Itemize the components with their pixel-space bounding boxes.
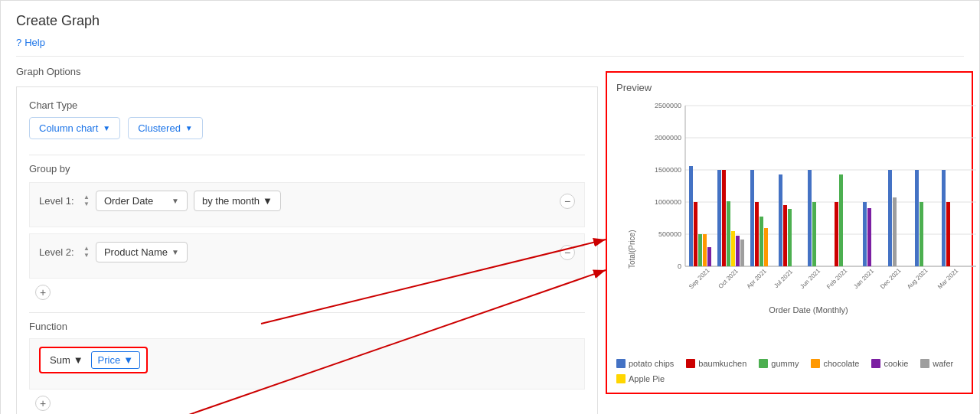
level1-field-value: Order Date xyxy=(104,195,153,207)
x-axis-label: Order Date (Monthly) xyxy=(655,305,962,315)
svg-rect-23 xyxy=(736,236,740,266)
help-row: ? Help xyxy=(16,37,964,57)
svg-text:1500000: 1500000 xyxy=(655,166,681,174)
level2-down-arrow[interactable]: ▼ xyxy=(83,253,90,259)
svg-rect-38 xyxy=(888,170,892,266)
add-level-btn[interactable]: + xyxy=(35,285,51,300)
svg-text:Aug 2021: Aug 2021 xyxy=(906,267,929,291)
level1-sort-arrows[interactable]: ▲ ▼ xyxy=(83,194,90,207)
column-chart-dropdown[interactable]: Column chart ▼ xyxy=(29,117,120,139)
svg-rect-32 xyxy=(808,170,812,266)
legend-label-apple-pie: Apple Pie xyxy=(629,374,665,383)
sum-btn[interactable]: Sum ▼ xyxy=(47,353,87,367)
svg-text:Mar 2021: Mar 2021 xyxy=(936,267,960,291)
legend-label-cookie: cookie xyxy=(884,359,908,368)
legend-item-apple-pie: Apple Pie xyxy=(616,374,665,383)
legend-item-gummy: gummy xyxy=(759,359,799,368)
svg-rect-21 xyxy=(727,201,730,266)
clustered-dropdown[interactable]: Clustered ▼ xyxy=(128,117,203,139)
legend-swatch-cookie xyxy=(871,359,880,368)
level2-field-select[interactable]: Product Name ▼ xyxy=(96,242,188,262)
level2-remove-btn[interactable]: − xyxy=(560,245,575,260)
legend-item-cookie: cookie xyxy=(871,359,908,368)
level1-period-select[interactable]: by the month ▼ xyxy=(194,191,281,211)
level1-period-chevron: ▼ xyxy=(263,195,273,207)
function-label: Function xyxy=(29,321,585,332)
svg-rect-33 xyxy=(812,202,816,266)
svg-text:Apr 2021: Apr 2021 xyxy=(746,267,769,290)
chart-svg: 2500000 2000000 1500000 1000000 500000 0 xyxy=(655,98,976,297)
svg-rect-24 xyxy=(740,240,744,266)
clustered-label: Clustered xyxy=(138,122,181,134)
level2-label: Level 2: xyxy=(39,246,77,258)
clustered-chevron: ▼ xyxy=(185,124,193,132)
svg-text:Jan 2021: Jan 2021 xyxy=(852,267,875,290)
level2-field-chevron: ▼ xyxy=(172,248,179,256)
level2-field-value: Product Name xyxy=(104,246,168,258)
svg-rect-43 xyxy=(946,202,950,266)
svg-rect-42 xyxy=(942,170,946,266)
svg-rect-27 xyxy=(760,217,763,266)
svg-rect-20 xyxy=(722,170,726,266)
svg-text:Jul 2021: Jul 2021 xyxy=(773,268,794,289)
chart-type-label: Chart Type xyxy=(29,99,585,111)
svg-rect-14 xyxy=(689,166,693,266)
level1-field-chevron: ▼ xyxy=(172,197,179,205)
y-axis-label: Total(Price) xyxy=(628,230,636,269)
svg-rect-30 xyxy=(783,205,787,266)
svg-text:Oct 2021: Oct 2021 xyxy=(717,267,740,290)
level1-field-select[interactable]: Order Date ▼ xyxy=(96,191,188,211)
svg-rect-29 xyxy=(779,174,782,266)
level2-sort-arrows[interactable]: ▲ ▼ xyxy=(83,246,90,259)
svg-rect-18 xyxy=(707,247,711,266)
svg-text:1000000: 1000000 xyxy=(655,198,681,206)
svg-rect-39 xyxy=(893,197,897,266)
legend-swatch-apple-pie xyxy=(616,374,626,383)
legend-swatch-wafer xyxy=(920,359,929,368)
level1-down-arrow[interactable]: ▼ xyxy=(83,201,90,207)
svg-rect-16 xyxy=(698,234,702,266)
price-label: Price xyxy=(98,354,121,366)
add-function-btn[interactable]: + xyxy=(35,396,51,411)
level1-period-value: by the month xyxy=(202,195,260,207)
preview-title: Preview xyxy=(616,82,962,93)
svg-text:Feb 2021: Feb 2021 xyxy=(825,267,849,291)
svg-text:2500000: 2500000 xyxy=(655,102,681,109)
legend-item-chocolate: chocolate xyxy=(811,359,859,368)
price-btn[interactable]: Price ▼ xyxy=(91,351,141,369)
svg-rect-25 xyxy=(750,170,754,266)
help-link[interactable]: Help xyxy=(24,37,45,48)
svg-rect-15 xyxy=(694,202,697,266)
level1-up-arrow[interactable]: ▲ xyxy=(83,194,90,200)
sum-chevron: ▼ xyxy=(74,354,83,366)
svg-text:Jun 2021: Jun 2021 xyxy=(799,267,822,290)
price-chevron: ▼ xyxy=(123,354,133,366)
svg-rect-31 xyxy=(788,209,792,266)
legend-label-baumkuchen: baumkuchen xyxy=(698,359,746,368)
level1-label: Level 1: xyxy=(39,195,77,207)
legend-label-gummy: gummy xyxy=(771,359,799,368)
svg-rect-22 xyxy=(731,231,735,266)
legend-label-wafer: wafer xyxy=(933,359,953,368)
svg-rect-40 xyxy=(915,170,919,266)
level1-remove-btn[interactable]: − xyxy=(560,194,575,209)
legend-swatch-chocolate xyxy=(811,359,820,368)
help-icon: ? xyxy=(16,37,21,48)
legend-swatch-baumkuchen xyxy=(686,359,695,368)
svg-text:500000: 500000 xyxy=(658,230,681,238)
legend-item-wafer: wafer xyxy=(920,359,953,368)
svg-text:0: 0 xyxy=(678,262,681,270)
legend-label-chocolate: chocolate xyxy=(823,359,859,368)
svg-rect-28 xyxy=(764,228,768,266)
legend-swatch-gummy xyxy=(759,359,768,368)
svg-text:Dec 2021: Dec 2021 xyxy=(879,267,903,291)
svg-rect-17 xyxy=(703,234,707,266)
legend-item-baumkuchen: baumkuchen xyxy=(686,359,746,368)
svg-rect-19 xyxy=(717,170,721,266)
svg-rect-34 xyxy=(835,202,838,266)
level2-up-arrow[interactable]: ▲ xyxy=(83,246,90,252)
page-title: Create Graph xyxy=(16,13,964,29)
svg-text:Sep 2021: Sep 2021 xyxy=(688,267,711,291)
legend-swatch-potato-chips xyxy=(616,359,626,368)
group-by-label: Group by xyxy=(29,163,585,174)
